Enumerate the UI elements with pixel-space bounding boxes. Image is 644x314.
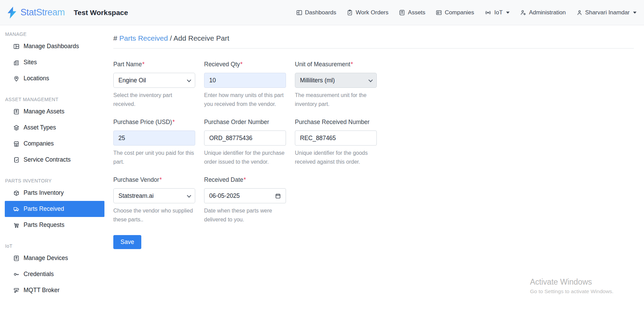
sidebar-item-locations[interactable]: Locations [5,70,104,86]
field-label: Purchase Order Number [204,119,286,126]
sidebar-item-mqtt-broker[interactable]: MQTT Broker [5,282,104,298]
breadcrumb-link-parts-received[interactable]: Parts Received [119,34,168,42]
nav-assets[interactable]: Assets [399,9,425,16]
help-text: Select the inventory part received. [113,91,195,108]
sidebar-item-service-contracts[interactable]: Service Contracts [5,152,104,168]
sidebar-item-sites[interactable]: Sites [5,54,104,70]
sidebar: MANAGE Manage Dashboards Sites Locations… [0,25,104,314]
iot-broadcast-icon [484,9,492,16]
purchase-order-number-input[interactable] [204,131,286,146]
work-orders-icon [346,9,353,16]
section-title-parts-inventory: PARTS INVENTORY [0,178,104,185]
field-part-name: Part Name* Engine Oil Select the invento… [113,61,195,108]
companies-storefront-icon [13,140,20,147]
sidebar-item-credentials[interactable]: Credentials [5,266,104,282]
sidebar-item-label: Asset Types [24,124,56,131]
page-title: Add Receive Part [173,34,229,42]
nav-label: Assets [408,9,425,16]
received-qty-input[interactable] [204,73,286,88]
help-text: Date when these parts were delivered to … [204,206,286,224]
sidebar-item-label: Manage Assets [24,108,65,115]
help-text: Choose the vendor who supplied these par… [113,206,195,224]
top-nav: Dashboards Work Orders Assets Companies [296,9,636,16]
nav-work-orders[interactable]: Work Orders [346,9,388,16]
chevron-down-icon [369,78,373,82]
sites-building-icon [13,59,20,66]
field-label: Received Date* [204,176,286,183]
dashboards-icon [296,9,303,16]
parts-received-truck-icon [13,206,20,213]
nav-label: Work Orders [356,9,388,16]
manage-assets-icon [13,108,20,115]
administration-icon [520,9,527,16]
sidebar-item-label: Companies [24,140,54,147]
field-received-date: Received Date* 06-05-2025 Date when thes… [204,176,286,224]
field-unit-of-measurement: Unit of Measurement* Milliliters (ml) Th… [295,61,377,108]
parts-requests-cart-icon [13,222,20,229]
selected-value: Engine Oil [118,77,146,84]
user-icon [576,9,583,16]
chevron-down-icon [187,78,191,82]
sidebar-item-asset-types[interactable]: Asset Types [5,120,104,136]
service-contracts-icon [13,156,20,163]
required-asterisk: * [159,176,162,183]
locations-pin-icon [13,75,20,82]
part-name-select[interactable]: Engine Oil [113,73,195,88]
sidebar-item-manage-assets[interactable]: Manage Assets [5,104,104,120]
top-header: StatStream Test Workspace Dashboards Wor… [0,0,644,25]
nav-label: Companies [445,9,474,16]
purchase-vendor-select[interactable]: Statstream.ai [113,188,195,203]
help-text: The measurement unit for the inventory p… [295,91,377,108]
nav-iot[interactable]: IoT [484,9,510,16]
date-value: 06-05-2025 [209,192,240,200]
field-purchase-vendor: Purchase Vendor* Statstream.ai Choose th… [113,176,195,224]
purchase-price-input[interactable] [113,131,195,146]
unit-of-measurement-select[interactable]: Milliliters (ml) [295,73,377,88]
section-title-iot: IoT [0,243,104,250]
sidebar-item-label: Credentials [24,271,54,278]
sidebar-item-parts-received[interactable]: Parts Received [5,201,104,217]
empty-cell [295,176,377,224]
breadcrumb: # Parts Received / Add Receive Part [113,34,634,42]
selected-value: Statstream.ai [118,192,154,200]
sidebar-item-manage-dashboards[interactable]: Manage Dashboards [5,38,104,54]
main-content: # Parts Received / Add Receive Part Part… [104,25,644,314]
brand-logo[interactable]: StatStream [5,6,65,19]
add-receive-part-form: Part Name* Engine Oil Select the invento… [113,61,634,224]
field-purchase-price: Purchase Price (USD)* The cost per unit … [113,119,195,166]
purchase-received-number-input[interactable] [295,131,377,146]
field-label: Purchase Vendor* [113,176,195,183]
required-asterisk: * [350,61,353,68]
save-button[interactable]: Save [113,235,141,249]
nav-label: Administration [529,9,566,16]
workspace-title: Test Workspace [74,9,128,17]
field-label: Unit of Measurement* [295,61,377,68]
received-date-input[interactable]: 06-05-2025 [204,188,286,203]
help-text: Enter how many units of this part you re… [204,91,286,108]
field-purchase-order-number: Purchase Order Number Unique identifier … [204,119,286,166]
companies-icon [435,9,442,16]
sidebar-item-parts-requests[interactable]: Parts Requests [5,217,104,233]
nav-dashboards[interactable]: Dashboards [296,9,337,16]
sidebar-item-label: Manage Dashboards [24,43,79,50]
assets-icon [399,9,405,16]
sidebar-item-companies[interactable]: Companies [5,136,104,152]
breadcrumb-separator: / [170,34,172,42]
sidebar-item-label: Parts Inventory [24,189,64,196]
manage-devices-icon [13,255,20,262]
sidebar-item-parts-inventory[interactable]: Parts Inventory [5,185,104,201]
breadcrumb-hash: # [113,34,117,42]
sidebar-item-label: MQTT Broker [24,287,60,294]
field-label: Recieved Qty* [204,61,286,68]
help-text: Unique identifier for the purchase order… [204,149,286,166]
nav-label: Sharvari Inamdar [585,9,630,16]
nav-administration[interactable]: Administration [520,9,566,16]
help-text: The cost per unit you paid for this part… [113,149,195,166]
sidebar-item-label: Service Contracts [24,156,71,163]
required-asterisk: * [172,119,175,125]
nav-user-menu[interactable]: Sharvari Inamdar [576,9,636,16]
chevron-down-icon [187,193,191,198]
nav-companies[interactable]: Companies [435,9,474,16]
sidebar-item-manage-devices[interactable]: Manage Devices [5,250,104,266]
nav-label: Dashboards [305,9,337,16]
